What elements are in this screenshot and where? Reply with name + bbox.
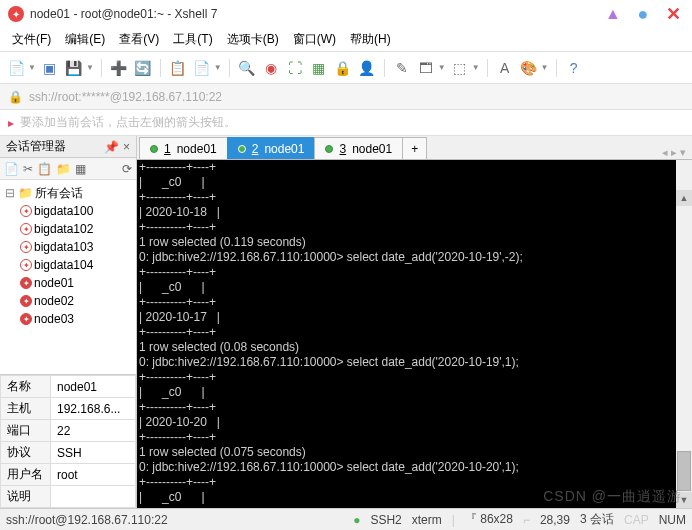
tree-item-active[interactable]: ✦node01 xyxy=(2,274,134,292)
paste-icon[interactable]: 📄 xyxy=(192,58,212,78)
close-button[interactable]: ✕ xyxy=(662,3,684,25)
prop-val: 22 xyxy=(51,420,136,442)
tree-item[interactable]: ✦bigdata100 xyxy=(2,202,134,220)
status-dot-icon: ● xyxy=(353,513,360,527)
save-icon[interactable]: 💾 xyxy=(64,58,84,78)
tool3-icon[interactable]: ⬚ xyxy=(450,58,470,78)
tab-1[interactable]: 1node01 xyxy=(139,137,228,159)
minimize-button[interactable]: ▲ xyxy=(602,3,624,25)
tree-root[interactable]: ⊟📁所有会话 xyxy=(2,184,134,202)
search-icon[interactable]: 🔍 xyxy=(237,58,257,78)
prop-key: 用户名 xyxy=(1,464,51,486)
status-cap: CAP xyxy=(624,513,649,527)
help-icon[interactable]: ? xyxy=(564,58,584,78)
font-icon[interactable]: A xyxy=(495,58,515,78)
tab-bar: 1node01 2node01 3node01 + ◂ ▸ ▾ xyxy=(137,136,692,160)
scroll-up-icon[interactable]: ▲ xyxy=(676,190,692,206)
tree-item[interactable]: ✦bigdata104 xyxy=(2,256,134,274)
menu-tabs[interactable]: 选项卡(B) xyxy=(221,29,285,50)
prop-val: 192.168.6... xyxy=(51,398,136,420)
app-icon: ✦ xyxy=(8,6,24,22)
status-dot-icon xyxy=(238,145,246,153)
status-term: xterm xyxy=(412,513,442,527)
lock-icon[interactable]: 🔒 xyxy=(333,58,353,78)
properties-grid: 名称node01 主机192.168.6... 端口22 协议SSH 用户名ro… xyxy=(0,374,136,508)
prop-key: 主机 xyxy=(1,398,51,420)
panel-title: 会话管理器 xyxy=(6,138,66,155)
p-cut-icon[interactable]: ✂ xyxy=(23,162,33,176)
tree-item[interactable]: ✦node03 xyxy=(2,310,134,328)
prop-key: 名称 xyxy=(1,376,51,398)
fullscreen-icon[interactable]: ⛶ xyxy=(285,58,305,78)
status-bar: ssh://root@192.168.67.110:22 ● SSH2 xter… xyxy=(0,508,692,530)
toolbar: 📄▼ ▣ 💾▼ ➕ 🔄 📋 📄▼ 🔍 ◉ ⛶ ▦ 🔒 👤 ✎ 🗔▼ ⬚▼ A 🎨… xyxy=(0,52,692,84)
status-num: NUM xyxy=(659,513,686,527)
panel-header: 会话管理器 📌 × xyxy=(0,136,136,158)
prop-val: root xyxy=(51,464,136,486)
record-icon[interactable]: ◉ xyxy=(261,58,281,78)
prop-key: 协议 xyxy=(1,442,51,464)
menu-view[interactable]: 查看(V) xyxy=(113,29,165,50)
grid-icon[interactable]: ▦ xyxy=(309,58,329,78)
new-session-icon[interactable]: 📄 xyxy=(6,58,26,78)
palette-icon[interactable]: 🎨 xyxy=(519,58,539,78)
status-conn: ssh://root@192.168.67.110:22 xyxy=(6,513,168,527)
titlebar: ✦ node01 - root@node01:~ - Xshell 7 ▲ ● … xyxy=(0,0,692,28)
tab-2-active[interactable]: 2node01 xyxy=(227,137,316,159)
status-dot-icon xyxy=(325,145,333,153)
prop-key: 端口 xyxy=(1,420,51,442)
panel-toolbar: 📄 ✂ 📋 📁 ▦ ⟳ xyxy=(0,158,136,180)
tab-3[interactable]: 3node01 xyxy=(314,137,403,159)
main-area: 会话管理器 📌 × 📄 ✂ 📋 📁 ▦ ⟳ ⊟📁所有会话 ✦bigdata100… xyxy=(0,136,692,508)
tree-item[interactable]: ✦bigdata103 xyxy=(2,238,134,256)
p-new-icon[interactable]: 📄 xyxy=(4,162,19,176)
menu-edit[interactable]: 编辑(E) xyxy=(59,29,111,50)
prop-val xyxy=(51,486,136,508)
address-text[interactable]: ssh://root:******@192.168.67.110:22 xyxy=(29,90,222,104)
panel-close-icon[interactable]: × xyxy=(123,140,130,154)
reconnect-icon[interactable]: 🔄 xyxy=(133,58,153,78)
prop-key: 说明 xyxy=(1,486,51,508)
terminal[interactable]: +----------+----+ | _c0 | +----------+--… xyxy=(137,160,692,508)
window-title: node01 - root@node01:~ - Xshell 7 xyxy=(30,7,217,21)
menu-tools[interactable]: 工具(T) xyxy=(167,29,218,50)
lock-status-icon: 🔒 xyxy=(8,90,23,104)
p-copy-icon[interactable]: 📋 xyxy=(37,162,52,176)
status-dot-icon xyxy=(150,145,158,153)
pin-icon[interactable]: 📌 xyxy=(104,140,119,154)
maximize-button[interactable]: ● xyxy=(632,3,654,25)
session-tree: ⊟📁所有会话 ✦bigdata100 ✦bigdata102 ✦bigdata1… xyxy=(0,180,136,374)
prop-val: SSH xyxy=(51,442,136,464)
status-proto: SSH2 xyxy=(370,513,401,527)
menu-window[interactable]: 窗口(W) xyxy=(287,29,342,50)
status-sessions: 3 会话 xyxy=(580,511,614,528)
tool2-icon[interactable]: 🗔 xyxy=(416,58,436,78)
flag-icon: ▸ xyxy=(8,116,14,130)
p-folder-icon[interactable]: 📁 xyxy=(56,162,71,176)
user-icon[interactable]: 👤 xyxy=(357,58,377,78)
tree-item[interactable]: ✦node02 xyxy=(2,292,134,310)
tab-nav[interactable]: ◂ ▸ ▾ xyxy=(656,146,692,159)
watermark: CSDN @一曲逍遥游 xyxy=(543,488,682,506)
address-bar: 🔒 ssh://root:******@192.168.67.110:22 xyxy=(0,84,692,110)
hint-text: 要添加当前会话，点击左侧的箭头按钮。 xyxy=(20,114,236,131)
tab-add-button[interactable]: + xyxy=(402,137,427,159)
copy-icon[interactable]: 📋 xyxy=(168,58,188,78)
tree-item[interactable]: ✦bigdata102 xyxy=(2,220,134,238)
menu-file[interactable]: 文件(F) xyxy=(6,29,57,50)
status-pos: 28,39 xyxy=(540,513,570,527)
session-panel: 会话管理器 📌 × 📄 ✂ 📋 📁 ▦ ⟳ ⊟📁所有会话 ✦bigdata100… xyxy=(0,136,137,508)
p-refresh-icon[interactable]: ⟳ xyxy=(122,162,132,176)
connect-icon[interactable]: ➕ xyxy=(109,58,129,78)
prop-val: node01 xyxy=(51,376,136,398)
tool1-icon[interactable]: ✎ xyxy=(392,58,412,78)
hint-bar: ▸ 要添加当前会话，点击左侧的箭头按钮。 xyxy=(0,110,692,136)
open-icon[interactable]: ▣ xyxy=(40,58,60,78)
status-size: 『 86x28 xyxy=(465,511,513,528)
scroll-thumb[interactable] xyxy=(677,451,691,491)
terminal-area: 1node01 2node01 3node01 + ◂ ▸ ▾ +-------… xyxy=(137,136,692,508)
menubar: 文件(F) 编辑(E) 查看(V) 工具(T) 选项卡(B) 窗口(W) 帮助(… xyxy=(0,28,692,52)
scrollbar[interactable]: ▲ ▼ xyxy=(676,160,692,508)
p-grid-icon[interactable]: ▦ xyxy=(75,162,86,176)
menu-help[interactable]: 帮助(H) xyxy=(344,29,397,50)
